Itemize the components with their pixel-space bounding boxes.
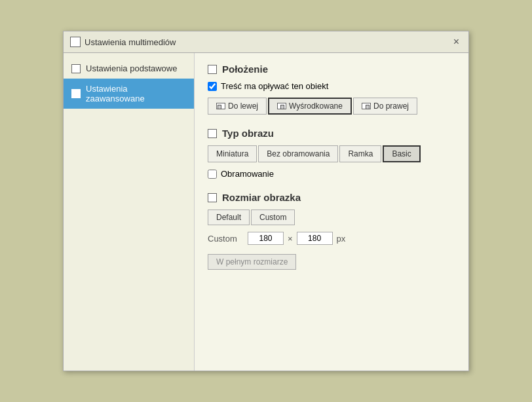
image-type-title-text: Typ obrazu [222,128,274,139]
image-size-title-text: Rozmiar obrazka [222,192,301,203]
width-input[interactable] [248,232,284,245]
basic-label: Basic [392,149,411,158]
sidebar: Ustawienia podstawowe Ustawienia zaawans… [64,53,195,371]
sidebar-label-advanced: Ustawienia zaawansowane [86,84,186,103]
align-left-icon [216,103,225,109]
custom-size-button[interactable]: Custom [251,210,295,225]
align-left-label: Do lewej [228,101,258,111]
bez-obramowania-label: Bez obramowania [267,149,330,158]
default-size-button[interactable]: Default [208,210,250,225]
close-button[interactable]: × [451,35,462,48]
px-label: px [337,234,346,244]
align-center-button[interactable]: Wyśrodkowane [268,98,352,115]
image-size-section-icon [208,193,217,202]
wrap-label: Treść ma opływać ten obiekt [221,81,328,91]
align-right-button[interactable]: Do prawej [353,98,417,115]
content-area: Położenie Treść ma opływać ten obiekt Do… [195,53,468,371]
custom-row-label: Custom [208,234,244,244]
image-type-section-title: Typ obrazu [208,128,455,139]
align-left-button[interactable]: Do lewej [208,98,267,115]
image-size-section-title: Rozmiar obrazka [208,192,455,203]
miniatura-button[interactable]: Miniatura [208,145,257,162]
position-title-text: Położenie [222,64,268,75]
ramka-button[interactable]: Ramka [339,145,381,162]
custom-size-label: Custom [259,213,286,222]
full-size-button[interactable]: W pełnym rozmiarze [208,254,296,270]
alignment-button-group: Do lewej Wyśrodkowane Do prawej [208,98,455,115]
custom-size-row: Custom × px [208,232,455,245]
align-center-label: Wyśrodkowane [289,101,343,111]
image-size-section: Rozmiar obrazka Default Custom Custom × … [208,192,455,270]
full-size-label: W pełnym rozmiarze [216,257,288,266]
default-size-label: Default [216,213,241,222]
sidebar-item-basic-settings[interactable]: Ustawienia podstawowe [64,58,194,79]
align-center-icon [277,103,286,109]
dialog-header: Ustawienia multimediów × [64,31,468,53]
multiply-symbol: × [288,234,293,244]
height-input[interactable] [297,232,333,245]
dialog-header-icon [70,37,81,47]
border-checkbox[interactable] [208,170,217,179]
miniatura-label: Miniatura [216,149,248,158]
dialog: Ustawienia multimediów × Ustawienia pods… [63,31,469,371]
position-section: Położenie Treść ma opływać ten obiekt Do… [208,64,455,115]
position-section-title: Położenie [208,64,455,75]
sidebar-icon-basic [71,64,81,73]
border-checkbox-row: Obramowanie [208,169,455,179]
bez-obramowania-button[interactable]: Bez obramowania [258,145,338,162]
dialog-title: Ustawienia multimediów [85,37,176,47]
align-right-icon [362,103,371,109]
image-type-section: Typ obrazu Miniatura Bez obramowania Ram… [208,128,455,179]
image-type-section-icon [208,129,217,138]
ramka-label: Ramka [348,149,373,158]
position-section-icon [208,65,217,74]
border-label: Obramowanie [221,169,274,179]
size-button-group: Default Custom [208,210,455,225]
image-type-button-group: Miniatura Bez obramowania Ramka Basic [208,145,455,162]
wrap-checkbox[interactable] [208,82,217,91]
dialog-header-left: Ustawienia multimediów [70,37,176,47]
wrap-checkbox-row: Treść ma opływać ten obiekt [208,81,455,91]
sidebar-label-basic: Ustawienia podstawowe [86,64,177,73]
basic-button[interactable]: Basic [383,145,420,162]
sidebar-icon-advanced [71,89,81,98]
align-right-label: Do prawej [373,101,409,111]
dialog-body: Ustawienia podstawowe Ustawienia zaawans… [64,53,468,371]
sidebar-item-advanced-settings[interactable]: Ustawienia zaawansowane [64,79,194,109]
